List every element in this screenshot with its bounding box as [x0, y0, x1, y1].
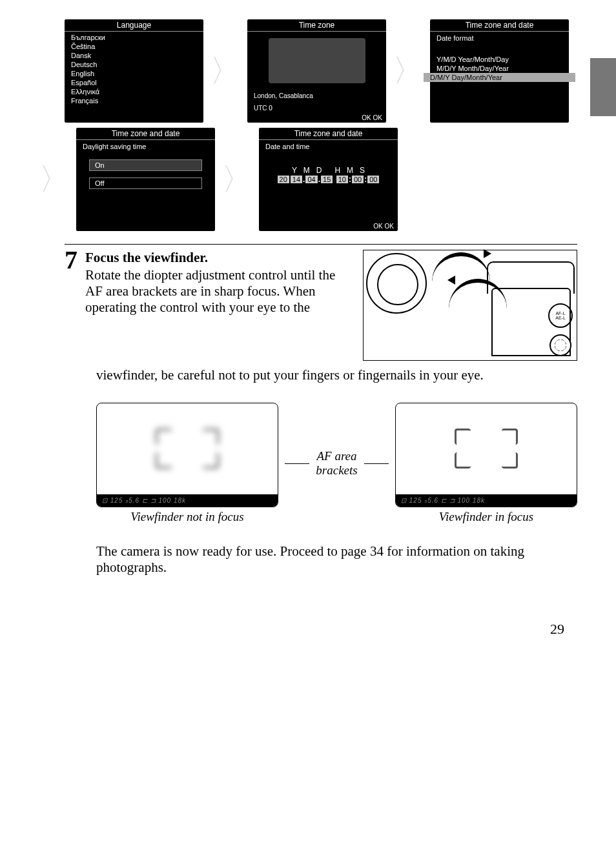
dateformat-option-selected: D/M/Y Day/Month/Year [424, 73, 575, 82]
camera-diagram: AF-L AE-L [363, 250, 577, 361]
viewfinder-info-bar: ⊡ 125 ₅5.6 ⊏ ⊐ 100 18k [97, 494, 278, 507]
step-continuation: viewfinder, be careful not to put your f… [96, 367, 577, 383]
datetime-values: 2014.04.15 10:00:00 [259, 175, 398, 184]
lang-item: Français [71, 96, 197, 105]
language-title: Language [65, 19, 203, 32]
chevron-right-icon: 〉 [39, 164, 70, 195]
step-body: Rotate the diopter adjustment control un… [85, 267, 355, 316]
timezone-screen: Time zone ◀ ▶ London, Casablanca UTC 0 O… [247, 19, 386, 123]
dateformat-title: Time zone and date [430, 19, 569, 32]
step-7: 7 Focus the viewfinder. Rotate the diopt… [65, 250, 577, 361]
dst-on: On [89, 159, 202, 171]
page-number: 29 [65, 621, 577, 638]
dateformat-subtitle: Date format [430, 32, 569, 45]
lang-item: Deutsch [71, 60, 197, 69]
lang-item: Ελληνικά [71, 87, 197, 96]
menu-screens-row-1: Language Български Čeština Dansk Deutsch… [65, 19, 577, 123]
lang-item: Čeština [71, 42, 197, 51]
dst-subtitle: Daylight saving time [76, 140, 215, 153]
timezone-title: Time zone [247, 19, 386, 32]
datetime-subtitle: Date and time [259, 140, 398, 153]
world-map [269, 38, 365, 83]
step-number: 7 [65, 247, 77, 273]
viewfinder-info-bar: ⊡ 125 ₅5.6 ⊏ ⊐ 100 18k [396, 494, 577, 507]
section-tab [590, 58, 616, 116]
viewfinder-focused: ⊡ 125 ₅5.6 ⊏ ⊐ 100 18k [395, 403, 577, 507]
viewfinder-comparison: ⊡ 125 ₅5.6 ⊏ ⊐ 100 18k Viewfinder not in… [96, 403, 577, 524]
af-brackets-icon [156, 429, 219, 469]
lang-item: English [71, 69, 197, 78]
diopter-dial-icon [366, 253, 427, 314]
dst-screen: Time zone and date Daylight saving time … [76, 128, 215, 231]
dateformat-option: Y/M/D Year/Month/Day [430, 55, 569, 64]
final-paragraph: The camera is now ready for use. Proceed… [96, 543, 577, 576]
menu-screens-row-2: 〉 Time zone and date Daylight saving tim… [65, 128, 577, 231]
lang-item: Български [71, 33, 197, 42]
dst-off: Off [89, 177, 202, 189]
datetime-title: Time zone and date [259, 128, 398, 140]
map-right-arrow-icon: ▶ [391, 54, 398, 65]
timezone-utc: UTC 0 [247, 102, 386, 114]
chevron-right-icon: 〉 [221, 164, 252, 195]
datetime-headers: Y M D H M S [259, 166, 398, 175]
viewfinder-unfocused: ⊡ 125 ₅5.6 ⊏ ⊐ 100 18k [96, 403, 278, 507]
dst-title: Time zone and date [76, 128, 215, 140]
ae-af-lock-button-icon: AF-L AE-L [548, 303, 573, 328]
datetime-screen: Time zone and date Date and time Y M D H… [259, 128, 398, 231]
connector-line [285, 463, 309, 464]
af-brackets-label: AF area brackets [316, 449, 357, 478]
map-left-arrow-icon: ◀ [236, 54, 243, 65]
ok-footer: OK OK [362, 114, 382, 121]
viewfinder-focused-label: Viewfinder in focus [439, 510, 533, 524]
timezone-location: London, Casablanca [247, 90, 386, 102]
rotate-arrow-icon [432, 252, 490, 282]
multi-selector-icon [549, 334, 571, 356]
dateformat-screen: Time zone and date Date format Y/M/D Yea… [430, 19, 569, 123]
language-screen: Language Български Čeština Dansk Deutsch… [65, 19, 203, 123]
dateformat-option: M/D/Y Month/Day/Year [430, 64, 569, 73]
viewfinder-unfocused-label: Viewfinder not in focus [130, 510, 243, 524]
lang-item: Dansk [71, 51, 197, 60]
lang-item: Español [71, 78, 197, 87]
separator [65, 244, 577, 245]
datetime-entry: Y M D H M S 2014.04.15 10:00:00 [259, 153, 398, 184]
language-list: Български Čeština Dansk Deutsch English … [65, 32, 203, 106]
ok-footer: OK OK [373, 223, 394, 230]
step-title: Focus the viewfinder. [85, 250, 355, 266]
af-brackets-icon [455, 429, 518, 469]
connector-line [364, 463, 389, 464]
